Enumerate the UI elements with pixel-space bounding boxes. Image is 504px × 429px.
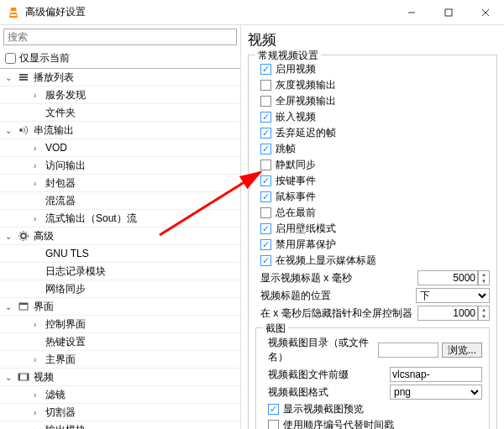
maximize-button[interactable] [430,1,467,24]
tree-item-outmod[interactable]: ›输出模块 [0,421,240,429]
settings-tree[interactable]: ⌄播放列表 ›服务发现 文件夹 ⌄串流输出 ›VOD ›访问输出 ›封包器 混流… [0,68,240,429]
tree-item-sout[interactable]: ›流式输出（Sout）流 [0,210,240,228]
tree-item-access[interactable]: ›访问输出 [0,157,240,175]
spinner[interactable]: ▲▼ [478,306,490,321]
svg-point-11 [21,233,26,238]
snapshot-group: 截图 视频截图目录（或文件名）浏览... 视频截图文件前缀 视频截图格式png … [255,327,490,429]
right-panel: 视频 常规视频设置 ✓启用视频 灰度视频输出 全屏视频输出 ✓嵌入视频 ✓丢弃延… [241,25,504,429]
only-current-label: 仅显示当前 [19,51,70,65]
titlebar: 高级偏好设置 [0,0,504,25]
svg-rect-7 [19,74,28,76]
tree-item-filter[interactable]: ›滤镜 [0,386,240,404]
svg-rect-4 [445,9,452,16]
svg-rect-8 [19,76,28,78]
tree-item-stream[interactable]: ⌄串流输出 [0,122,240,139]
svg-rect-16 [18,374,20,380]
interface-icon [17,300,30,313]
left-panel: 仅显示当前 ⌄播放列表 ›服务发现 文件夹 ⌄串流输出 ›VOD ›访问输出 ›… [0,25,241,429]
mouse-event-checkbox[interactable]: ✓鼠标事件 [260,190,490,204]
snap-dir-input[interactable] [378,343,438,358]
tree-item-muxmod[interactable]: 混流器 [0,192,240,210]
section-title: 视频 [248,30,497,50]
snap-format-row: 视频截图格式png [268,385,482,400]
snap-format-select[interactable]: png [390,385,482,400]
svg-rect-9 [19,79,28,81]
drop-late-checkbox[interactable]: ✓丢弃延迟的帧 [260,126,490,140]
vlc-logo-icon [7,6,20,19]
tree-item-vod[interactable]: ›VOD [0,139,240,157]
snap-seq-checkbox[interactable]: 使用顺序编号代替时间戳 [268,418,482,429]
tree-item-splitter[interactable]: ›切割器 [0,404,240,421]
playlist-icon [17,71,30,84]
show-title-checkbox[interactable]: ✓在视频上显示媒体标题 [260,254,490,268]
gear-icon [17,229,30,243]
tree-item-netsync[interactable]: 网络同步 [0,280,240,298]
general-video-group: 常规视频设置 ✓启用视频 灰度视频输出 全屏视频输出 ✓嵌入视频 ✓丢弃延迟的帧… [248,55,497,429]
window-title: 高级偏好设置 [25,5,393,19]
tree-item-video[interactable]: ⌄视频 [0,369,240,386]
tree-item-service[interactable]: ›服务发现 [0,86,240,104]
close-button[interactable] [467,1,504,24]
video-icon [17,370,30,384]
stream-icon [17,123,30,137]
tree-item-interface[interactable]: ⌄界面 [0,298,240,316]
hide-ptr-row: 在 x 毫秒后隐藏指针和全屏控制器▲▼ [260,306,490,321]
only-current-box[interactable] [5,53,16,64]
tree-item-gnutls[interactable]: GNU TLS [0,245,240,263]
gray-output-checkbox[interactable]: 灰度视频输出 [260,78,490,92]
snap-preview-checkbox[interactable]: ✓显示视频截图预览 [268,402,482,416]
tree-item-hotkey[interactable]: 热键设置 [0,333,240,351]
group-label: 常规视频设置 [255,49,321,63]
svg-rect-14 [19,303,28,305]
tree-item-advanced[interactable]: ⌄高级 [0,228,240,245]
tree-item-playlist[interactable]: ⌄播放列表 [0,69,240,86]
skip-frames-checkbox[interactable]: ✓跳帧 [260,142,490,156]
show-title-ms-row: 显示视频标题 x 毫秒▲▼ [260,270,490,285]
snap-prefix-row: 视频截图文件前缀 [268,367,482,382]
fullscreen-output-checkbox[interactable]: 全屏视频输出 [260,94,490,108]
tree-item-folder[interactable]: 文件夹 [0,104,240,122]
on-top-checkbox[interactable]: 总在最前 [260,206,490,220]
title-pos-row: 视频标题的位置下 [260,288,490,303]
tree-item-mux[interactable]: ›封包器 [0,175,240,192]
minimize-button[interactable] [393,1,430,24]
search-input[interactable] [3,29,237,45]
svg-rect-1 [10,11,17,13]
show-title-ms-input[interactable] [417,270,478,285]
browse-button[interactable]: 浏览... [442,343,482,358]
title-pos-select[interactable]: 下 [416,288,490,303]
wallpaper-checkbox[interactable]: ✓启用壁纸模式 [260,222,490,236]
tree-item-ctrlui[interactable]: ›控制界面 [0,316,240,333]
snap-dir-row: 视频截图目录（或文件名）浏览... [268,336,482,364]
quiet-sync-checkbox[interactable]: 静默同步 [260,158,490,172]
disable-ss-checkbox[interactable]: ✓禁用屏幕保护 [260,238,490,252]
svg-rect-17 [27,374,29,380]
key-event-checkbox[interactable]: ✓按键事件 [260,174,490,188]
only-current-checkbox[interactable]: 仅显示当前 [0,49,240,68]
hide-ptr-input[interactable] [417,306,478,321]
enable-video-checkbox[interactable]: ✓启用视频 [260,62,490,76]
svg-point-10 [19,128,23,132]
svg-rect-2 [11,14,17,16]
embed-video-checkbox[interactable]: ✓嵌入视频 [260,110,490,124]
tree-item-logmod[interactable]: 日志记录模块 [0,263,240,280]
spinner[interactable]: ▲▼ [478,270,490,285]
snapshot-label: 截图 [263,322,288,336]
tree-item-mainui[interactable]: ›主界面 [0,351,240,369]
snap-prefix-input[interactable] [390,367,482,382]
